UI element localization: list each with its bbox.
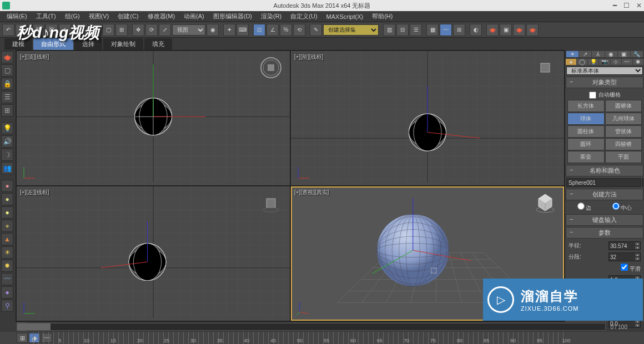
modify-tab-icon[interactable]: ↗ xyxy=(579,51,591,57)
cone-button[interactable]: 圆锥体 xyxy=(605,100,642,112)
systems-icon[interactable]: ✱ xyxy=(633,59,643,65)
redo-button[interactable]: ↷ xyxy=(16,24,28,36)
snap-button[interactable]: ⊡ xyxy=(253,24,265,36)
cameras-icon[interactable]: 📷 xyxy=(599,59,610,65)
cylinder-button[interactable]: 圆柱体 xyxy=(567,125,605,138)
menu-render[interactable]: 渲染(R) xyxy=(256,11,286,22)
menu-modifier[interactable]: 修改器(M) xyxy=(143,11,180,22)
create-tab-icon[interactable]: ✦ xyxy=(566,51,578,57)
box-icon[interactable]: ▢ xyxy=(1,64,13,77)
select-button[interactable]: ▭ xyxy=(76,24,88,36)
percent-snap-button[interactable]: % xyxy=(280,24,292,36)
curve-editor-button[interactable]: 〰 xyxy=(440,24,452,36)
menu-animation[interactable]: 动画(A) xyxy=(179,11,209,22)
scale-button[interactable]: ⤢ xyxy=(159,24,171,36)
viewcube-persp[interactable] xyxy=(534,192,556,214)
waves-icon[interactable]: 〰 xyxy=(1,273,13,285)
keyboard-button[interactable]: ⌨ xyxy=(237,24,249,36)
selection-set-dropdown[interactable]: 创建选择集 xyxy=(323,24,379,36)
rotate-button[interactable]: ⟳ xyxy=(145,24,158,36)
tab-objpaint[interactable]: 对象绘制 xyxy=(103,38,143,50)
sphere4-icon[interactable]: ● xyxy=(1,220,13,232)
sphere-button[interactable]: 球体 xyxy=(567,113,605,125)
motion-tab-icon[interactable]: ◉ xyxy=(605,51,617,57)
radius-spinner[interactable]: ▴▾ xyxy=(608,241,641,250)
person-icon[interactable]: ⚲ xyxy=(1,300,13,312)
close-button[interactable]: ✕ xyxy=(636,2,642,9)
ref-coord-dropdown[interactable]: 视图 xyxy=(172,24,205,36)
sun2-icon[interactable]: ✹ xyxy=(1,260,13,272)
viewcube-top[interactable] xyxy=(260,57,282,79)
menu-tools[interactable]: 工具(T) xyxy=(32,11,61,22)
plane-button[interactable]: 平面 xyxy=(605,151,642,163)
pivot-button[interactable]: ◉ xyxy=(207,24,219,36)
segments-spinner[interactable]: ▴▾ xyxy=(608,252,641,261)
undo-button[interactable]: ↶ xyxy=(2,24,14,36)
utilities-tab-icon[interactable]: 🔧 xyxy=(631,51,643,57)
hierarchy-tab-icon[interactable]: ⅄ xyxy=(592,51,604,57)
viewport-left[interactable]: [+][左][线框] xyxy=(17,186,290,321)
layers-button[interactable]: ☰ xyxy=(410,24,422,36)
mirror-button[interactable]: ▥ xyxy=(383,24,395,36)
unlink-button[interactable]: ⛓ xyxy=(46,24,58,36)
timeline-ruler[interactable]: ⊞ ◆ 〰 0510152025303540455055606570758085… xyxy=(0,332,644,344)
viewport-top-label[interactable]: [+][顶][线框] xyxy=(20,53,49,61)
geosphere-button[interactable]: 几何球体 xyxy=(605,113,642,125)
menu-customize[interactable]: 自定义(U) xyxy=(286,11,321,22)
sphere3-icon[interactable]: ● xyxy=(1,206,13,219)
render-setup-button[interactable]: 🫖 xyxy=(486,24,499,36)
menu-help[interactable]: 帮助(H) xyxy=(368,11,397,22)
render-production-button[interactable]: 🫖 xyxy=(513,24,525,36)
angle-snap-button[interactable]: ∠ xyxy=(266,24,279,36)
time-slider[interactable] xyxy=(17,323,606,331)
menu-view[interactable]: 视图(V) xyxy=(84,11,114,22)
rollout-namecolor[interactable]: 名称和颜色 xyxy=(566,165,643,176)
rollout-method[interactable]: 创建方法 xyxy=(566,189,643,200)
select-rect-button[interactable]: ▢ xyxy=(102,24,114,36)
shapes-icon[interactable]: ◯ xyxy=(577,59,587,65)
manipulate-button[interactable]: ✦ xyxy=(223,24,235,36)
rollout-objtype[interactable]: 对象类型 xyxy=(566,77,643,88)
viewport-persp-label[interactable]: [+][透视][真实] xyxy=(294,189,329,196)
edit-selection-button[interactable]: ✎ xyxy=(310,24,322,36)
smooth-checkbox[interactable]: 平滑 xyxy=(621,264,641,273)
select-name-button[interactable]: ☰ xyxy=(89,24,101,36)
menu-edit[interactable]: 编辑(E) xyxy=(2,11,32,22)
link-button[interactable]: ⛓ xyxy=(32,24,44,36)
torus-button[interactable]: 圆环 xyxy=(567,138,605,150)
tab-fill[interactable]: 填充 xyxy=(144,38,172,50)
geometry-icon[interactable]: ● xyxy=(566,59,576,65)
window-crossing-button[interactable]: ⊞ xyxy=(115,24,128,36)
pyramid-button[interactable]: 四棱锥 xyxy=(605,138,642,150)
schematic-view-button[interactable]: ⊞ xyxy=(453,24,465,36)
viewport-front-label[interactable]: [+][前][线框] xyxy=(294,53,324,61)
light-icon[interactable]: 💡 xyxy=(1,122,13,134)
sound-icon[interactable]: 🔊 xyxy=(1,135,13,148)
rollout-keyboard[interactable]: 键盘输入 xyxy=(566,214,643,226)
object-color-swatch[interactable] xyxy=(642,178,643,187)
spinner-snap-button[interactable]: ⟲ xyxy=(293,24,305,36)
helpers-icon[interactable]: ⊹ xyxy=(611,59,621,65)
align-button[interactable]: ⊟ xyxy=(396,24,409,36)
sphere5-icon[interactable]: ● xyxy=(1,286,13,299)
display-tab-icon[interactable]: ▣ xyxy=(618,51,630,57)
grid-icon[interactable]: ⊞ xyxy=(1,104,13,117)
render-iterative-button[interactable]: 🫖 xyxy=(526,24,539,36)
viewport-left-label[interactable]: [+][左][线框] xyxy=(20,189,49,196)
autogrid-checkbox[interactable] xyxy=(589,92,596,99)
tab-selection[interactable]: 选择 xyxy=(74,38,102,50)
menu-grapheditor[interactable]: 图形编辑器(D) xyxy=(209,11,256,22)
spacewarps-icon[interactable]: 〰 xyxy=(622,59,632,65)
tab-freeform[interactable]: 自由形式 xyxy=(33,38,73,50)
people-icon[interactable]: 👥 xyxy=(1,162,13,174)
maximize-button[interactable]: ☐ xyxy=(623,2,630,9)
sphere1-icon[interactable]: ● xyxy=(1,180,13,192)
lights-icon[interactable]: 💡 xyxy=(588,59,598,65)
primitive-category-dropdown[interactable]: 标准基本体 xyxy=(566,67,643,75)
move-button[interactable]: ✥ xyxy=(132,24,144,36)
radio-edge[interactable]: 边 xyxy=(577,203,592,212)
moon-icon[interactable]: ☽ xyxy=(1,149,13,161)
minimize-button[interactable]: ━ xyxy=(613,2,617,9)
sphere2-icon[interactable]: ● xyxy=(1,193,13,205)
radio-center[interactable]: 中心 xyxy=(612,203,632,212)
